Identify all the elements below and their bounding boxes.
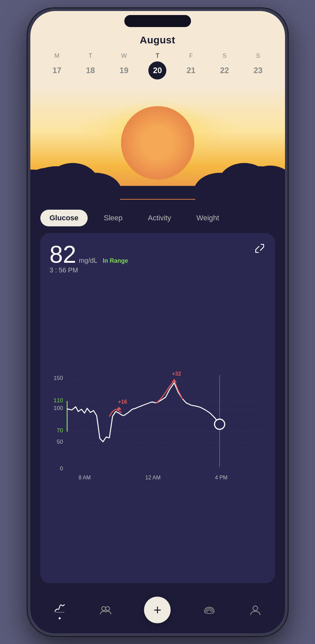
- nav-item-community[interactable]: [98, 603, 113, 617]
- svg-point-35: [102, 607, 106, 611]
- bottom-nav: +: [30, 590, 285, 633]
- cal-day-mon[interactable]: M 17: [48, 52, 66, 79]
- calendar-week: M 17 T 18 W 19 T 20 F 21: [30, 52, 285, 79]
- bottom-section: Glucose Sleep Activity Weight 82 mg/dL I…: [30, 200, 285, 590]
- add-icon: +: [154, 603, 161, 617]
- svg-text:0: 0: [60, 465, 63, 471]
- chart-header: 82 mg/dL In Range 3 : 56 PM: [50, 242, 266, 279]
- cal-day-sat[interactable]: S 22: [216, 52, 234, 79]
- chart-nav-icon: [52, 601, 67, 615]
- cal-day-wed[interactable]: W 19: [115, 52, 133, 79]
- cal-day-fri[interactable]: F 21: [182, 52, 200, 79]
- top-section: August M 17 T 18 W 19 T 20: [30, 11, 285, 200]
- glucose-info: 82 mg/dL In Range 3 : 56 PM: [50, 242, 128, 279]
- cal-num-sat: 22: [216, 61, 234, 79]
- chart-card: 82 mg/dL In Range 3 : 56 PM: [40, 233, 275, 583]
- svg-marker-30: [116, 407, 121, 410]
- svg-text:100: 100: [53, 404, 63, 411]
- cal-letter-fri: F: [189, 52, 193, 59]
- svg-text:8 AM: 8 AM: [78, 474, 91, 480]
- cal-num-thu: 20: [148, 61, 166, 79]
- nav-item-rainbow[interactable]: [202, 603, 217, 617]
- tab-sleep[interactable]: Sleep: [94, 210, 132, 226]
- sunset-scene: [30, 86, 285, 200]
- glucose-time: 3 : 56 PM: [50, 266, 128, 274]
- svg-text:110: 110: [53, 397, 63, 403]
- glucose-number: 82: [50, 242, 76, 266]
- month-header: August: [30, 34, 285, 46]
- cal-num-sun: 23: [249, 61, 267, 79]
- tabs-container: Glucose Sleep Activity Weight: [40, 200, 275, 233]
- cal-num-mon: 17: [48, 61, 66, 79]
- in-range-badge: In Range: [103, 257, 128, 264]
- phone-inner: August M 17 T 18 W 19 T 20: [30, 11, 285, 633]
- svg-text:50: 50: [56, 438, 63, 445]
- phone-frame: August M 17 T 18 W 19 T 20: [28, 8, 288, 636]
- clouds-svg: [30, 133, 285, 200]
- nav-active-dot: [59, 617, 61, 619]
- svg-text:+32: +32: [172, 370, 181, 376]
- svg-point-36: [106, 607, 110, 611]
- cal-num-tue: 18: [81, 61, 99, 79]
- expand-button[interactable]: [254, 242, 266, 254]
- glucose-value-row: 82 mg/dL In Range: [50, 242, 128, 266]
- add-button[interactable]: +: [144, 597, 171, 623]
- cal-num-fri: 21: [182, 61, 200, 79]
- nav-item-profile[interactable]: [248, 603, 263, 617]
- cal-day-thu[interactable]: T 20: [148, 52, 166, 79]
- cal-day-sun[interactable]: S 23: [249, 52, 267, 79]
- svg-text:4 PM: 4 PM: [215, 474, 227, 480]
- glucose-unit: mg/dL: [79, 257, 98, 264]
- svg-text:12 AM: 12 AM: [145, 474, 160, 480]
- cal-letter-wed: W: [121, 52, 127, 59]
- cal-day-tue[interactable]: T 18: [81, 52, 99, 79]
- rainbow-nav-icon: [202, 603, 217, 617]
- cal-letter-sun: S: [256, 52, 260, 59]
- cal-letter-thu: T: [156, 52, 159, 59]
- svg-text:70: 70: [56, 427, 63, 433]
- community-nav-icon: [98, 603, 113, 617]
- svg-rect-34: [55, 612, 64, 613]
- svg-text:150: 150: [53, 375, 63, 381]
- svg-marker-32: [171, 379, 176, 382]
- svg-point-37: [253, 606, 258, 611]
- glucose-chart: 150 110 100 70 50 0: [50, 281, 266, 577]
- cal-letter-tue: T: [89, 52, 92, 59]
- tab-glucose[interactable]: Glucose: [40, 210, 88, 226]
- cal-letter-mon: M: [54, 52, 59, 59]
- svg-text:+16: +16: [118, 398, 127, 404]
- cal-num-wed: 19: [115, 61, 133, 79]
- tab-weight[interactable]: Weight: [187, 210, 228, 226]
- tab-activity[interactable]: Activity: [139, 210, 181, 226]
- cal-letter-sat: S: [223, 52, 227, 59]
- svg-rect-12: [30, 186, 285, 199]
- svg-point-33: [214, 419, 224, 429]
- nav-item-chart[interactable]: [52, 601, 67, 619]
- profile-nav-icon: [248, 603, 263, 617]
- chart-area: 150 110 100 70 50 0: [50, 281, 266, 577]
